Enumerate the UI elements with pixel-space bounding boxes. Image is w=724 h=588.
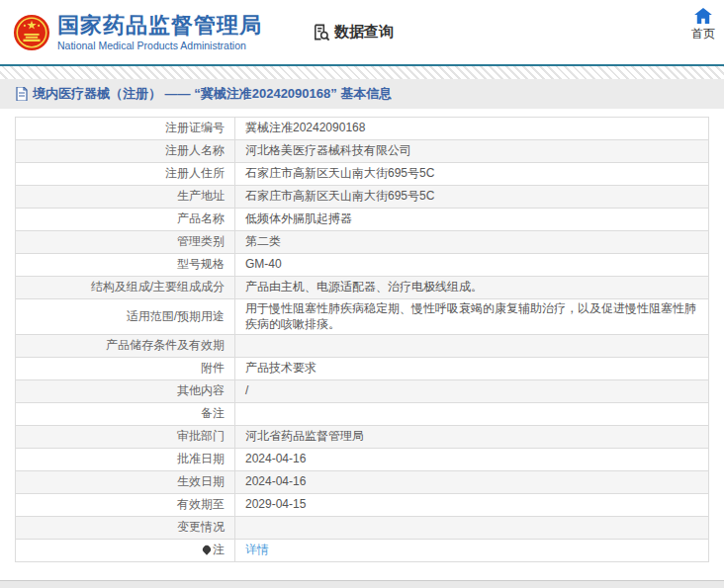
table-row: 注册人名称河北格美医疗器械科技有限公司 bbox=[16, 140, 709, 163]
row-value bbox=[235, 335, 709, 358]
table-row: 批准日期2024-04-16 bbox=[16, 449, 709, 471]
row-label: 批准日期 bbox=[16, 449, 235, 471]
row-label: 注册人住所 bbox=[16, 163, 235, 186]
nav-home[interactable]: 首页 bbox=[691, 8, 715, 42]
row-label: 有效期至 bbox=[16, 494, 235, 517]
row-label: 注 bbox=[16, 540, 235, 562]
table-row: 注详情 bbox=[16, 540, 709, 562]
row-label: 变更情况 bbox=[16, 517, 235, 540]
row-label: 管理类别 bbox=[16, 231, 235, 254]
table-row: 产品储存条件及有效期 bbox=[16, 335, 709, 358]
row-label: 适用范围/预期用途 bbox=[16, 299, 235, 335]
row-value: 2024-04-16 bbox=[235, 471, 709, 494]
info-table: 注册证编号冀械注准20242090168注册人名称河北格美医疗器械科技有限公司注… bbox=[15, 117, 709, 562]
row-value: 河北格美医疗器械科技有限公司 bbox=[235, 140, 709, 163]
row-label: 注册人名称 bbox=[16, 140, 235, 163]
data-query-label: 数据查询 bbox=[334, 23, 394, 42]
agency-title-block: 国家药品监督管理局 National Medical Products Admi… bbox=[57, 13, 262, 50]
table-row: 结构及组成/主要组成成分产品由主机、电源适配器、治疗电极线组成。 bbox=[16, 277, 709, 299]
document-icon bbox=[16, 87, 28, 101]
data-query-icon bbox=[312, 23, 330, 42]
table-row: 生产地址石家庄市高新区天山南大街695号5C bbox=[16, 186, 709, 209]
row-value: 冀械注准20242090168 bbox=[235, 118, 709, 140]
table-row: 生效日期2024-04-16 bbox=[16, 471, 709, 494]
row-value bbox=[235, 403, 709, 426]
footer-strip bbox=[0, 580, 724, 588]
row-value: 石家庄市高新区天山南大街695号5C bbox=[235, 163, 709, 186]
row-label: 其他内容 bbox=[16, 380, 235, 403]
row-label: 结构及组成/主要组成成分 bbox=[16, 277, 235, 299]
row-label: 型号规格 bbox=[16, 254, 235, 277]
row-value: 低频体外膈肌起搏器 bbox=[235, 209, 709, 231]
row-label: 注册证编号 bbox=[16, 118, 235, 140]
table-row: 型号规格GM-40 bbox=[16, 254, 709, 277]
row-label: 生效日期 bbox=[16, 471, 235, 494]
table-row: 备注 bbox=[16, 403, 709, 426]
page-title-bar: 境内医疗器械（注册） —— “冀械注准20242090168” 基本信息 bbox=[0, 79, 724, 109]
table-row: 管理类别第二类 bbox=[16, 231, 709, 254]
table-row: 产品名称低频体外膈肌起搏器 bbox=[16, 209, 709, 231]
row-value: / bbox=[235, 380, 709, 403]
page-title: 境内医疗器械（注册） —— “冀械注准20242090168” 基本信息 bbox=[33, 85, 392, 103]
row-value: 河北省药品监督管理局 bbox=[235, 426, 709, 449]
row-value: 产品技术要求 bbox=[235, 358, 709, 380]
row-value: 2024-04-16 bbox=[235, 449, 709, 471]
home-label: 首页 bbox=[691, 26, 715, 42]
row-label: 备注 bbox=[16, 403, 235, 426]
row-label: 附件 bbox=[16, 358, 235, 380]
row-value: 产品由主机、电源适配器、治疗电极线组成。 bbox=[235, 277, 709, 299]
table-row: 附件产品技术要求 bbox=[16, 358, 709, 380]
table-row: 其他内容/ bbox=[16, 380, 709, 403]
table-row: 适用范围/预期用途用于慢性阻塞性肺疾病稳定期、慢性呼吸衰竭的康复辅助治疗，以及促… bbox=[16, 299, 709, 335]
row-value: 石家庄市高新区天山南大街695号5C bbox=[235, 186, 709, 209]
row-label: 产品名称 bbox=[16, 209, 235, 231]
row-label: 生产地址 bbox=[16, 186, 235, 209]
row-label: 产品储存条件及有效期 bbox=[16, 335, 235, 358]
row-value bbox=[235, 517, 709, 540]
row-value: 用于慢性阻塞性肺疾病稳定期、慢性呼吸衰竭的康复辅助治疗，以及促进慢性阻塞性肺疾病… bbox=[235, 299, 709, 335]
nav-data-query[interactable]: 数据查询 bbox=[312, 23, 394, 42]
site-header: 国家药品监督管理局 National Medical Products Admi… bbox=[0, 0, 724, 66]
row-label: 审批部门 bbox=[16, 426, 235, 449]
table-row: 注册证编号冀械注准20242090168 bbox=[16, 118, 709, 140]
row-value: 第二类 bbox=[235, 231, 709, 254]
pin-icon bbox=[201, 545, 212, 555]
table-row: 注册人住所石家庄市高新区天山南大街695号5C bbox=[16, 163, 709, 186]
table-row: 变更情况 bbox=[16, 517, 709, 540]
table-row: 审批部门河北省药品监督管理局 bbox=[16, 426, 709, 449]
agency-title-cn: 国家药品监督管理局 bbox=[57, 13, 262, 38]
home-icon bbox=[694, 8, 712, 26]
national-emblem-logo bbox=[13, 14, 50, 51]
detail-link[interactable]: 详情 bbox=[245, 543, 269, 556]
row-value: GM-40 bbox=[235, 254, 709, 277]
stripe-divider bbox=[0, 66, 724, 79]
row-value: 详情 bbox=[235, 540, 709, 562]
table-row: 有效期至2029-04-15 bbox=[16, 494, 709, 517]
info-table-wrap: 注册证编号冀械注准20242090168注册人名称河北格美医疗器械科技有限公司注… bbox=[15, 117, 709, 562]
agency-title-en: National Medical Products Administration bbox=[57, 40, 262, 51]
row-value: 2029-04-15 bbox=[235, 494, 709, 517]
